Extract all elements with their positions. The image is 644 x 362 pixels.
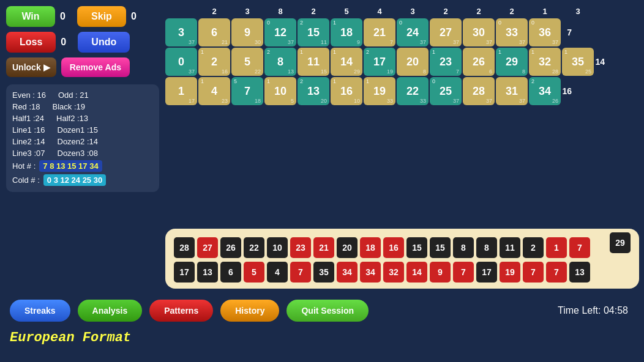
grid-cell-0-0[interactable]: 337	[165, 18, 197, 46]
grid-cell-2-0[interactable]: 117	[165, 77, 197, 105]
history-num-r1-7: 20	[337, 237, 358, 258]
grid-cell-0-5[interactable]: 1189	[331, 18, 362, 46]
grid-col-header-4: 5	[331, 7, 362, 16]
history-row-2: 1713654735343432149717197713	[174, 262, 631, 283]
cell-number: 17	[373, 56, 386, 68]
grid-cell-1-12[interactable]: 13525	[562, 48, 594, 76]
grid-row-0: 3376219300123721511118921702437273730370…	[165, 18, 639, 46]
cell-number: 13	[307, 85, 320, 98]
cell-number: 20	[406, 56, 419, 68]
timer-display: Time Left: 04:58	[558, 305, 634, 316]
cell-number: 6	[211, 26, 217, 39]
cell-number: 26	[473, 56, 485, 68]
half2-stat: Half2 :13	[56, 114, 88, 123]
cell-number: 14	[340, 56, 353, 68]
cell-number: 16	[340, 85, 353, 98]
grid-cell-1-9[interactable]: 266	[463, 48, 495, 76]
grid-cell-2-8[interactable]: 02537	[430, 77, 462, 105]
grid-cell-0-8[interactable]: 2737	[430, 18, 462, 46]
grid-cell-0-4[interactable]: 21511	[298, 18, 329, 46]
grid-cell-0-6[interactable]: 217	[364, 18, 395, 46]
history-num-r2-16: 7	[546, 262, 567, 283]
history-num-r1-10: 15	[406, 237, 427, 258]
grid-col-header-7: 2	[430, 7, 462, 16]
grid-cell-2-2[interactable]: 5718	[231, 77, 263, 105]
win-counter: 0	[60, 11, 72, 22]
cell-number: 9	[244, 26, 250, 39]
grid-cell-0-10[interactable]: 03337	[496, 18, 528, 46]
grid-cell-2-5[interactable]: 11610	[331, 77, 362, 105]
grid-col-header-3: 2	[298, 7, 329, 16]
grid-cell-1-10[interactable]: 1298	[496, 48, 528, 76]
row-number-1: 14	[595, 57, 607, 67]
cell-number: 19	[373, 85, 386, 98]
history-num-r2-8: 34	[360, 262, 381, 283]
grid-cell-2-7[interactable]: 2233	[397, 77, 429, 105]
stats-row-5: Line2 :14 Dozen2 :14	[12, 137, 153, 146]
history-num-r1-8: 18	[360, 237, 381, 258]
grid-row-1: 0371216522281311115114292171920812372661…	[165, 48, 639, 76]
line1-stat: Line1 :16	[12, 125, 45, 135]
grid-cell-2-6[interactable]: 11933	[364, 77, 395, 105]
cell-number: 34	[539, 85, 551, 98]
grid-cell-2-11[interactable]: 23426	[529, 77, 561, 105]
grid-cell-2-3[interactable]: 1105	[264, 77, 296, 105]
history-num-r2-2: 6	[220, 262, 241, 283]
row-number-0: 7	[562, 28, 574, 37]
cell-number: 21	[373, 26, 386, 39]
grid-col-header-8: 2	[463, 7, 495, 16]
roulette-grid: 2382543222133376219300123721511118921702…	[165, 5, 639, 105]
nav-buttons: Streaks Analysis Patterns History Quit S…	[0, 294, 644, 328]
grid-cell-1-1[interactable]: 1216	[198, 48, 230, 76]
analysis-button[interactable]: Analysis	[78, 300, 143, 322]
grid-cell-2-4[interactable]: 21320	[298, 77, 329, 105]
history-button[interactable]: History	[220, 300, 279, 322]
red-stat: Red :18	[12, 102, 40, 111]
patterns-button[interactable]: Patterns	[149, 300, 213, 322]
grid-cell-0-7[interactable]: 02437	[397, 18, 429, 46]
grid-cell-1-0[interactable]: 037	[165, 48, 197, 76]
history-num-r1-14: 11	[500, 237, 520, 258]
history-num-r1-6: 21	[313, 237, 334, 258]
grid-cell-0-1[interactable]: 621	[198, 18, 230, 46]
undo-button[interactable]: Undo	[78, 32, 130, 53]
grid-cell-1-5[interactable]: 11429	[331, 48, 362, 76]
cell-number: 8	[277, 56, 283, 68]
grid-cell-1-4[interactable]: 11115	[298, 48, 329, 76]
grid-cell-1-3[interactable]: 2813	[264, 48, 296, 76]
loss-button[interactable]: Loss	[6, 32, 56, 53]
play-icon: ▶	[43, 62, 50, 72]
remove-ads-button[interactable]: Remove Ads	[61, 57, 130, 77]
history-num-r1-3: 22	[244, 237, 264, 258]
grid-cell-2-9[interactable]: 2837	[463, 77, 495, 105]
grid-cell-0-11[interactable]: 03637	[529, 18, 561, 46]
bottom-bar: Streaks Analysis Patterns History Quit S…	[0, 294, 644, 362]
line2-stat: Line2 :14	[12, 137, 45, 146]
grid-cell-0-3[interactable]: 01237	[264, 18, 296, 46]
history-num-r2-3: 5	[244, 262, 264, 283]
history-num-r2-11: 9	[430, 262, 451, 283]
grid-cell-2-1[interactable]: 1423	[198, 77, 230, 105]
grid-cell-0-2[interactable]: 930	[231, 18, 263, 46]
grid-cell-0-9[interactable]: 3037	[463, 18, 495, 46]
history-num-r1-9: 16	[383, 237, 404, 258]
grid-cell-2-10[interactable]: 3137	[496, 77, 528, 105]
cell-number: 11	[307, 56, 320, 68]
grid-cell-1-8[interactable]: 1237	[430, 48, 462, 76]
grid-cell-1-6[interactable]: 21719	[364, 48, 395, 76]
cell-number: 12	[274, 26, 286, 39]
skip-button[interactable]: Skip	[77, 6, 126, 27]
cell-number: 22	[406, 85, 419, 98]
history-num-r2-6: 35	[313, 262, 334, 283]
roulette-grid-container: 2382543222133376219300123721511118921702…	[165, 5, 639, 224]
streaks-button[interactable]: Streaks	[10, 300, 70, 322]
win-button[interactable]: Win	[6, 6, 55, 27]
grid-cell-1-11[interactable]: 13228	[529, 48, 561, 76]
cell-number: 10	[274, 85, 286, 98]
grid-cell-1-7[interactable]: 208	[397, 48, 429, 76]
quit-session-button[interactable]: Quit Session	[286, 300, 369, 322]
cold-row: Cold # : 0 3 12 24 25 30	[12, 174, 153, 186]
grid-cell-1-2[interactable]: 522	[231, 48, 263, 76]
unlock-button[interactable]: Unlock ▶	[6, 57, 56, 77]
left-panel: Win 0 Skip 0 Loss 0 Undo Unlock ▶ Remove…	[0, 0, 165, 294]
